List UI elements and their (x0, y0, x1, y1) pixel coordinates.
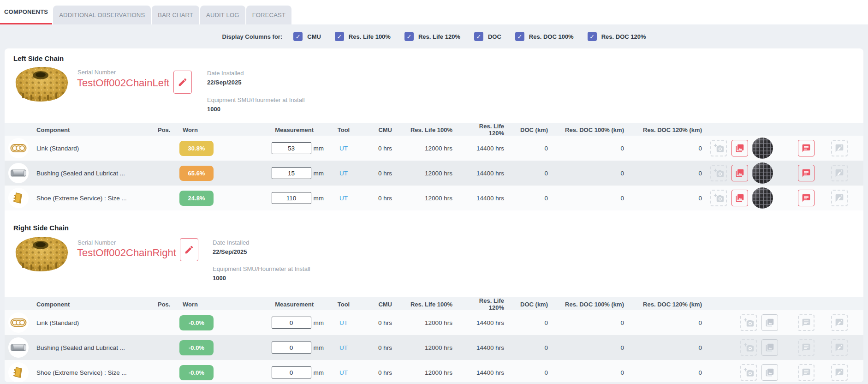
col-cmu: CMU (360, 126, 401, 133)
edit-serial-button[interactable] (180, 238, 198, 261)
tool-link[interactable]: UT (327, 170, 360, 177)
edit-serial-button[interactable] (173, 71, 192, 94)
res-life-100-value: 12000 hrs (401, 195, 464, 202)
checkbox-doc[interactable]: ✓ (474, 32, 483, 41)
res-life-120-value: 14400 hrs (464, 145, 514, 152)
annotate-button[interactable] (831, 140, 848, 156)
pen-comment-icon (835, 343, 844, 352)
table-row-shoe: Shoe (Extreme Service) : Size ... 24.8% … (5, 186, 863, 210)
col-pos: Pos. (152, 126, 178, 133)
col-res-life-120: Res. Life 120% (464, 297, 514, 311)
filter-option-res-life-120[interactable]: ✓ Res. Life 120% (404, 32, 460, 41)
add-photo-button[interactable] (740, 314, 757, 331)
col-res-life-100: Res. Life 100% (401, 301, 464, 308)
photo-gallery-button[interactable] (761, 364, 778, 381)
components-panel: Left Side Chain Serial Number TestOff002… (5, 48, 863, 382)
annotate-button[interactable] (831, 314, 848, 331)
measurement-input[interactable] (272, 167, 311, 179)
component-icon-wrap (8, 163, 29, 183)
photo-gallery-button[interactable] (731, 190, 748, 206)
filter-option-doc[interactable]: ✓ DOC (474, 32, 501, 41)
component-name: Shoe (Extreme Service) : Size ... (36, 369, 127, 376)
photo-library-icon (735, 144, 744, 153)
tool-link[interactable]: UT (327, 344, 360, 351)
camera-plus-icon (743, 318, 754, 327)
add-photo-button[interactable] (710, 190, 727, 206)
annotate-button[interactable] (831, 364, 848, 381)
res-doc-120-value: 0 (634, 369, 710, 376)
date-installed-value: 22/Sep/2025 (213, 248, 247, 255)
bushing-icon (11, 168, 26, 178)
res-doc-120-value: 0 (634, 319, 710, 326)
filter-option-res-doc-120[interactable]: ✓ Res. DOC 120% (588, 32, 646, 41)
tab-forecast[interactable]: FORECAST (246, 6, 291, 24)
tab-additional-observations[interactable]: ADDITIONAL OBSERVATIONS (53, 6, 151, 24)
pen-comment-icon (835, 318, 844, 327)
photo-library-icon (765, 318, 774, 327)
photo-gallery-button[interactable] (761, 314, 778, 331)
camera-plus-icon (713, 168, 724, 178)
annotate-button[interactable] (831, 165, 848, 181)
tool-link[interactable]: UT (327, 369, 360, 376)
track-photo-thumbnail[interactable] (752, 162, 773, 184)
comment-button[interactable] (798, 140, 814, 156)
add-photo-button[interactable] (740, 364, 757, 381)
filter-option-cmu[interactable]: ✓ CMU (293, 32, 321, 41)
res-life-100-value: 12000 hrs (401, 344, 464, 351)
component-icon-wrap (8, 337, 29, 358)
pencil-icon (184, 245, 194, 255)
checkbox-res-doc-120[interactable]: ✓ (588, 32, 597, 41)
measurement-input[interactable] (272, 366, 311, 378)
tab-audit-log[interactable]: AUDIT LOG (200, 6, 245, 24)
tool-link[interactable]: UT (327, 195, 360, 202)
component-name: Bushing (Sealed and Lubricat ... (36, 344, 125, 351)
res-life-120-value: 14400 hrs (464, 319, 514, 326)
col-res-doc-120: Res. DOC 120% (km) (634, 126, 710, 133)
tab-bar-chart[interactable]: BAR CHART (152, 6, 199, 24)
checkbox-res-life-120[interactable]: ✓ (404, 32, 414, 41)
measurement-input[interactable] (272, 342, 311, 354)
photo-gallery-button[interactable] (731, 165, 748, 181)
track-photo-thumbnail[interactable] (752, 138, 773, 159)
shoe-icon (12, 366, 24, 379)
component-name: Link (Standard) (36, 319, 79, 326)
pen-comment-icon (835, 168, 844, 178)
comment-button[interactable] (798, 190, 814, 206)
measurement-input[interactable] (272, 317, 311, 329)
photo-gallery-button[interactable] (731, 140, 748, 156)
track-photo-thumbnail[interactable] (752, 187, 773, 209)
filter-option-label: Res. DOC 100% (529, 33, 574, 40)
add-photo-button[interactable] (710, 165, 727, 181)
tool-link[interactable]: UT (327, 319, 360, 326)
filter-option-res-doc-100[interactable]: ✓ Res. DOC 100% (515, 32, 574, 41)
annotate-button[interactable] (831, 339, 848, 356)
res-life-100-value: 12000 hrs (401, 170, 464, 177)
photo-library-icon (735, 168, 744, 178)
comment-button[interactable] (798, 165, 814, 181)
comment-button[interactable] (798, 339, 814, 356)
checkbox-cmu[interactable]: ✓ (293, 32, 303, 41)
pen-comment-icon (835, 368, 844, 377)
filter-option-res-life-100[interactable]: ✓ Res. Life 100% (335, 32, 391, 41)
comment-button[interactable] (798, 364, 814, 381)
res-doc-100-value: 0 (558, 145, 634, 152)
measurement-input[interactable] (272, 142, 311, 154)
col-doc: DOC (km) (514, 301, 558, 308)
right-chain-table: Component Pos. Worn Measurement Tool CMU… (5, 297, 863, 382)
measurement-input[interactable] (272, 192, 311, 204)
comment-button[interactable] (798, 314, 814, 331)
tab-components[interactable]: COMPONENTS (0, 0, 52, 24)
photo-gallery-button[interactable] (761, 339, 778, 356)
smu-label: Equipment SMU/Hourmeter at Install (207, 96, 305, 103)
res-life-100-value: 12000 hrs (401, 319, 464, 326)
res-doc-100-value: 0 (558, 195, 634, 202)
component-name: Link (Standard) (36, 145, 79, 152)
add-photo-button[interactable] (740, 339, 757, 356)
display-columns-label: Display Columns for: (222, 33, 283, 40)
tool-link[interactable]: UT (327, 145, 360, 152)
checkbox-res-doc-100[interactable]: ✓ (515, 32, 524, 41)
add-photo-button[interactable] (710, 140, 727, 156)
annotate-button[interactable] (831, 190, 848, 206)
col-measurement: Measurement (233, 301, 327, 308)
checkbox-res-life-100[interactable]: ✓ (335, 32, 344, 41)
